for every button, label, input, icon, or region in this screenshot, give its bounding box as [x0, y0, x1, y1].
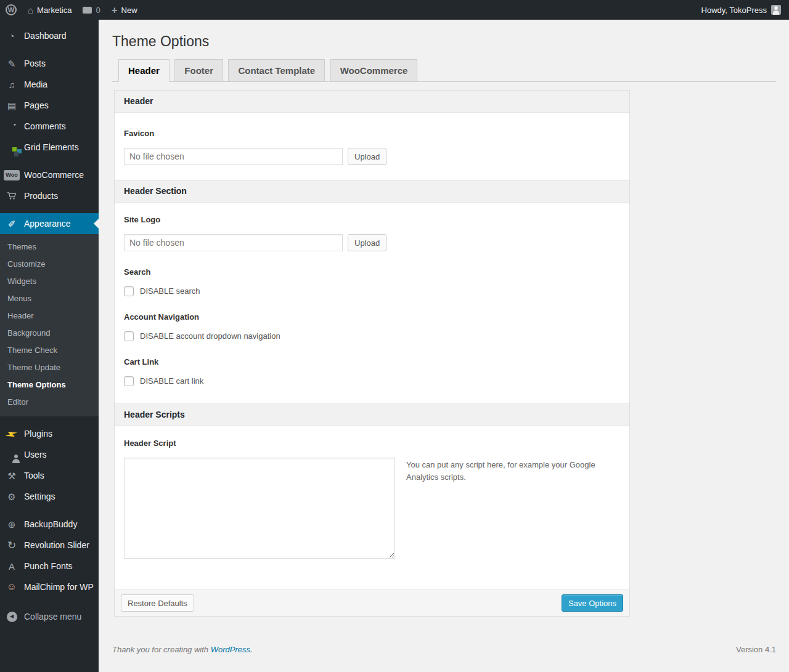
sidebar-item-label: Grid Elements: [24, 142, 79, 153]
wordpress-menu[interactable]: W: [0, 0, 22, 20]
tab-contact-template[interactable]: Contact Template: [228, 59, 325, 81]
comment-bubble-icon: [83, 7, 92, 14]
cart-icon: [5, 192, 18, 200]
submenu-item-themes[interactable]: Themes: [0, 238, 99, 256]
sidebar-item-label: BackupBuddy: [24, 519, 77, 530]
sidebar-item-mailchimp[interactable]: ☺ MailChimp for WP: [0, 577, 99, 597]
new-content-menu[interactable]: + New: [106, 0, 143, 20]
disable-search-checkbox[interactable]: [124, 286, 134, 296]
sidebar-item-appearance[interactable]: ✐ Appearance: [0, 213, 99, 234]
sidebar-item-label: Posts: [24, 58, 46, 69]
howdy-text[interactable]: Howdy, TokoPress: [701, 6, 767, 15]
section-header-scripts: Header Scripts: [115, 403, 629, 426]
section-header-section: Header Section: [115, 180, 629, 203]
collapse-menu-button[interactable]: ◀ Collapse menu: [0, 606, 99, 627]
submenu-item-editor[interactable]: Editor: [0, 394, 99, 411]
sidebar-item-label: WooCommerce: [24, 169, 84, 180]
tab-header[interactable]: Header: [118, 59, 170, 82]
header-scripts-body: Header Script You can put any script her…: [115, 439, 629, 589]
settings-icon: ⚙: [5, 492, 18, 501]
theme-options-panel: Header Favicon Upload Header Section Sit…: [114, 90, 630, 617]
favicon-file-input[interactable]: [124, 148, 343, 165]
submenu-item-header[interactable]: Header: [0, 307, 99, 325]
tab-woocommerce[interactable]: WooCommerce: [330, 59, 418, 81]
header-section-body: Favicon Upload: [115, 129, 629, 180]
sidebar-item-label: Comments: [24, 121, 66, 132]
sidebar-item-dashboard[interactable]: ◔ Dashboard: [0, 25, 99, 46]
submenu-item-customize[interactable]: Customize: [0, 256, 99, 273]
dashboard-icon: ◔: [5, 31, 18, 41]
search-label: Search: [124, 267, 620, 277]
sidebar-item-woocommerce[interactable]: Woo WooCommerce: [0, 164, 99, 185]
sidebar-item-label: Revolution Slider: [24, 540, 89, 551]
admin-sidebar: ◔ Dashboard ✎ Posts ♫ Media ▤ Pages Comm…: [0, 20, 99, 672]
collapse-menu-label: Collapse menu: [24, 611, 81, 622]
sidebar-item-products[interactable]: Products: [0, 185, 99, 206]
sidebar-item-label: Settings: [24, 491, 55, 502]
sidebar-item-settings[interactable]: ⚙ Settings: [0, 486, 99, 507]
disable-search-checkbox-label: DISABLE search: [140, 286, 200, 296]
main-content: Theme Options Header Footer Contact Temp…: [99, 20, 789, 672]
disable-cart-link-checkbox-label: DISABLE cart link: [140, 376, 203, 386]
comments-shortcut[interactable]: 0: [77, 0, 105, 20]
site-logo-file-input[interactable]: [124, 234, 343, 251]
header-script-note: You can put any script here, for example…: [406, 458, 597, 559]
version-text: Version 4.1: [736, 645, 776, 654]
plus-icon: +: [112, 5, 118, 15]
disable-account-nav-checkbox[interactable]: [124, 331, 134, 341]
sidebar-item-backupbuddy[interactable]: ⊕ BackupBuddy: [0, 514, 99, 535]
plugin-icon: ⚡: [5, 429, 18, 439]
restore-defaults-button[interactable]: Restore Defaults: [121, 594, 194, 612]
submenu-item-menus[interactable]: Menus: [0, 290, 99, 307]
submenu-item-background[interactable]: Background: [0, 325, 99, 342]
cart-link-label: Cart Link: [124, 357, 620, 366]
sidebar-item-label: Pages: [24, 100, 49, 111]
sidebar-item-label: Punch Fonts: [24, 561, 73, 572]
site-name-link[interactable]: ⌂ Marketica: [22, 0, 77, 20]
sidebar-item-pages[interactable]: ▤ Pages: [0, 95, 99, 116]
sidebar-item-grid-elements[interactable]: Grid Elements: [0, 137, 99, 158]
wordpress-logo-icon: W: [6, 4, 17, 15]
submenu-item-theme-options[interactable]: Theme Options: [0, 376, 99, 394]
menu-separator: [0, 597, 99, 606]
tab-footer[interactable]: Footer: [174, 59, 223, 81]
submenu-item-widgets[interactable]: Widgets: [0, 273, 99, 290]
sidebar-item-label: Media: [24, 79, 47, 90]
sidebar-item-punch-fonts[interactable]: A Punch Fonts: [0, 556, 99, 577]
sidebar-item-label: Dashboard: [24, 30, 67, 41]
disable-account-nav-checkbox-label: DISABLE account dropdown navigation: [140, 331, 280, 341]
header-section-fields: Site Logo Upload Search DISABLE search A…: [115, 215, 629, 403]
posts-icon: ✎: [5, 59, 18, 68]
save-options-button[interactable]: Save Options: [562, 594, 623, 612]
media-icon: ♫: [5, 80, 18, 89]
sidebar-item-media[interactable]: ♫ Media: [0, 74, 99, 95]
sidebar-item-posts[interactable]: ✎ Posts: [0, 53, 99, 74]
header-script-textarea[interactable]: [124, 458, 395, 559]
sidebar-item-label: Plugins: [24, 428, 52, 439]
home-icon: ⌂: [28, 6, 33, 15]
menu-separator: [0, 507, 99, 514]
user-avatar[interactable]: [771, 5, 781, 15]
wordpress-link[interactable]: WordPress.: [211, 645, 253, 654]
submenu-item-theme-check[interactable]: Theme Check: [0, 342, 99, 359]
admin-bar: W ⌂ Marketica 0 + New Howdy, TokoPress: [0, 0, 789, 20]
sidebar-item-revolution-slider[interactable]: ↻ Revolution Slider: [0, 535, 99, 556]
sidebar-item-label: Users: [24, 449, 47, 460]
backup-disk-icon: ⊕: [5, 520, 18, 529]
sidebar-item-comments[interactable]: Comments: [0, 116, 99, 137]
sidebar-item-users[interactable]: Users: [0, 444, 99, 465]
sidebar-item-label: MailChimp for WP: [24, 581, 94, 593]
account-navigation-label: Account Navigation: [124, 312, 620, 322]
favicon-upload-button[interactable]: Upload: [348, 148, 386, 165]
sidebar-item-label: Tools: [24, 470, 44, 481]
site-logo-upload-button[interactable]: Upload: [348, 234, 386, 251]
sidebar-item-label: Products: [24, 190, 58, 201]
disable-cart-link-checkbox[interactable]: [124, 376, 134, 386]
menu-separator: [0, 46, 99, 53]
sidebar-item-tools[interactable]: ⚒ Tools: [0, 465, 99, 486]
submenu-item-theme-update[interactable]: Theme Update: [0, 359, 99, 376]
menu-separator: [0, 416, 99, 423]
page-title: Theme Options: [112, 33, 777, 51]
sidebar-item-plugins[interactable]: ⚡ Plugins: [0, 423, 99, 444]
appearance-brush-icon: ✐: [5, 219, 18, 229]
